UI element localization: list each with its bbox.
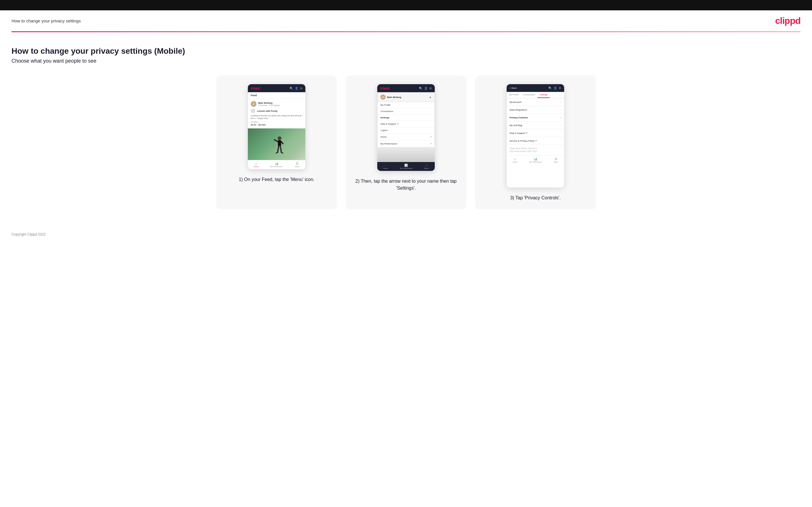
phone2-home-section[interactable]: Home ▾ [377,133,435,140]
svg-line-4 [273,139,274,148]
phone2-bottom-nav: ⌂ Home 📊 My Performance ✕ Menu [377,162,435,171]
phone3-golf-bag-chevron: › [560,124,561,127]
phone3-help-support[interactable]: Help & Support ↗ › [507,129,564,137]
svg-line-2 [274,139,278,142]
tab-connections[interactable]: Connections [521,92,538,98]
phone2-nav-close[interactable]: ✕ Menu [424,164,429,169]
phone2-user-header[interactable]: B Blair McHarg ▲ [377,93,435,102]
phone1-username: Blair McHarg [258,102,280,104]
phone3-data-integrations-chevron: › [560,108,561,111]
phone2-icons: 🔍 👤 ⚙ [419,87,432,90]
phone2-user-info: B Blair McHarg [380,95,401,100]
phone3-nav-menu[interactable]: ☰ Menu [554,157,558,163]
close-icon: ✕ [425,164,428,167]
svg-line-5 [277,146,278,153]
performance-icon-3: 📊 [534,157,537,161]
phone2-nav-close-label: Menu [424,167,429,169]
user-icon: 👤 [295,87,298,90]
phone1-lesson-title: Lesson with Fordy [257,110,277,112]
search-icon-2: 🔍 [419,87,422,90]
phone3-my-golf-bag[interactable]: My Golf Bag › [507,121,564,129]
menu-icon: ☰ [296,162,299,165]
golfer-svg [272,135,287,160]
phone2-nav-home: ⌂ Home [383,164,388,169]
phone3-my-account-chevron: › [560,101,561,103]
phone3-privacy-controls[interactable]: Privacy Controls › [507,114,564,121]
phone3-nav-home: ⌂ Home [513,157,517,163]
phone2-my-profile[interactable]: My Profile [377,102,435,108]
logo: clippd [775,15,801,26]
header: How to change your privacy settings clip… [0,10,812,31]
svg-line-3 [281,142,283,144]
phone3-nav-home-label: Home [513,161,517,163]
performance-icon-2: 📊 [404,164,408,167]
menu-icon-3: ☰ [555,157,557,161]
phone1-nav-performance: 📊 My Performance [270,162,283,167]
phone1-nav-menu[interactable]: ☰ Menu [295,162,299,167]
settings-icon-2: ⚙ [429,87,432,90]
phone2-settings[interactable]: Settings [377,115,435,121]
step-3-card: < Back 🔍 👤 ⚙ My Profile Connections Sett… [475,75,596,210]
phone2-help-support[interactable]: Help & Support ↗ [377,121,435,127]
phone3-version-line1: Clippd Client Version: 2022.8.3-3 [509,147,561,150]
step-3-caption: 3) Tap 'Privacy Controls'. [510,194,561,202]
phone1-icons: 🔍 👤 ⚙ [290,87,303,90]
tab-settings[interactable]: Settings [538,92,550,98]
phone3-data-integrations[interactable]: Data Integrations › [507,106,564,114]
footer: Copyright Clippd 2022 [0,227,812,242]
phone3-service-privacy[interactable]: Service & Privacy Policy ↗ › [507,137,564,145]
phone2-performance-section[interactable]: My Performance ▾ [377,140,435,147]
phone2-nav-home-label: Home [383,167,388,169]
phone2-home-chevron: ▾ [430,135,432,138]
phone1-lesson-row: Lesson with Fordy [251,109,303,113]
phone1-avatar: B [251,101,256,107]
phone3-icons: 🔍 👤 ⚙ [548,87,561,90]
phone3-my-account-label: My Account [509,101,521,103]
phone3-privacy-controls-label: Privacy Controls [509,116,528,119]
svg-line-7 [276,153,278,153]
breadcrumb: How to change your privacy settings [11,18,81,23]
phone-mockup-2: clippd 🔍 👤 ⚙ B Blair McHarg [377,84,435,171]
phone3-service-privacy-label: Service & Privacy Policy ↗ [509,139,537,142]
phone3-nav-performance: 📊 My Performance [529,157,542,163]
phone2-dropdown: B Blair McHarg ▲ My Profile Connections … [377,92,435,148]
phone3-help-support-label: Help & Support ↗ [509,132,527,134]
page-heading: How to change your privacy settings (Mob… [11,47,801,56]
steps-row: clippd 🔍 👤 ⚙ Feed B Blair McHarg [11,75,801,210]
phone3-version: Clippd Client Version: 2022.8.3-3 GQL Se… [507,145,564,155]
phone1-duration-value: 01 hr : 30 min [251,123,303,126]
phone3-back-button[interactable]: < Back [509,87,517,89]
phone2-navbar: clippd 🔍 👤 ⚙ [377,84,435,92]
phone1-feed-label: Feed [248,92,305,99]
top-bar [0,0,812,10]
search-icon: 🔍 [290,87,293,90]
phone1-duration-label: Duration [251,121,303,123]
page-subheading: Choose what you want people to see [11,58,801,64]
svg-rect-1 [278,140,281,146]
phone2-avatar: B [380,95,386,100]
home-icon: ⌂ [255,162,257,165]
phone1-user-info: Blair McHarg Yesterday · Sunningdale [258,102,280,106]
phone2-logout[interactable]: Logout [377,127,435,133]
step-2-card: clippd 🔍 👤 ⚙ B Blair McHarg [346,75,466,210]
phone1-nav-menu-label: Menu [295,166,299,167]
phone3-my-account[interactable]: My Account › [507,98,564,106]
search-icon-3: 🔍 [548,87,552,90]
tab-my-profile[interactable]: My Profile [507,92,521,98]
phone-mockup-1: clippd 🔍 👤 ⚙ Feed B Blair McHarg [248,84,305,169]
home-icon-2: ⌂ [385,164,387,167]
settings-icon-3: ⚙ [559,87,561,90]
phone1-nav-home-label: Home [254,166,258,167]
copyright-text: Copyright Clippd 2022 [11,232,46,236]
phone2-nav-perf-label: My Performance [400,167,412,169]
step-1-caption: 1) On your Feed, tap the 'Menu' icon. [239,176,314,183]
phone2-chevron-up: ▲ [429,96,432,99]
phone1-post: B Blair McHarg Yesterday · Sunningdale L… [248,99,305,128]
svg-line-6 [281,146,282,153]
phone2-connections[interactable]: Connections [377,108,435,115]
svg-line-8 [282,153,283,153]
phone1-lesson-icon [251,109,255,113]
phone1-navbar: clippd 🔍 👤 ⚙ [248,84,305,92]
phone2-nav-performance: 📊 My Performance [400,164,412,169]
user-icon-3: 👤 [554,87,557,90]
